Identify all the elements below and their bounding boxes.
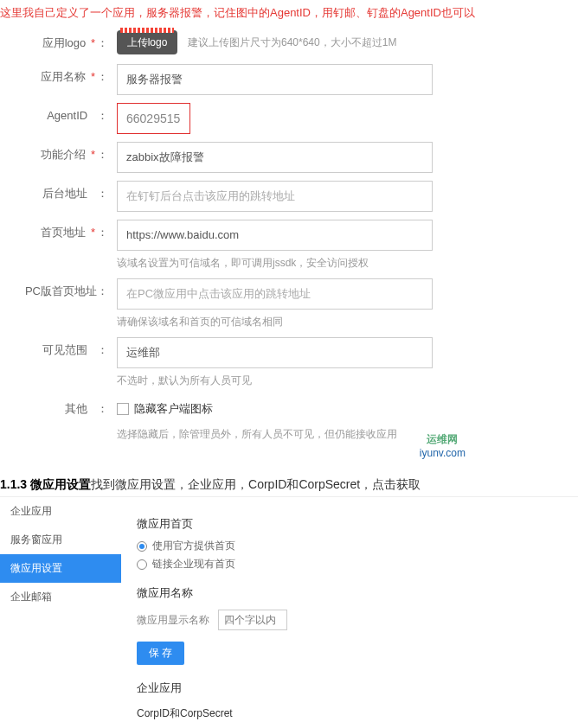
row-backend: 后台地址 ：: [0, 181, 578, 212]
app-name-input[interactable]: [117, 64, 433, 95]
feature-input[interactable]: [117, 142, 433, 173]
row-agentid: AgentID ： 66029515: [0, 103, 578, 134]
row-feature: 功能介绍 *：: [0, 142, 578, 173]
backend-input[interactable]: [117, 181, 433, 212]
corp-subtitle: CorpID和CorpSecret: [137, 706, 562, 721]
section-1-1-3: 1.1.3 微应用设置找到微应用设置，企业应用，CorpID和CorpSecre…: [0, 474, 578, 496]
homepage-input[interactable]: [117, 220, 433, 251]
label-other: 其他 ：: [0, 396, 117, 422]
watermark-1: 运维网 iyunv.com: [420, 432, 466, 459]
pcurl-hint: 请确保该域名和首页的可信域名相同: [117, 315, 578, 329]
agentid-value: 66029515: [117, 103, 190, 134]
radio-official[interactable]: 使用官方提供首页: [137, 539, 562, 553]
label-backend: 后台地址 ：: [0, 181, 117, 207]
micro-name-title: 微应用名称: [137, 585, 562, 601]
micro-name-input[interactable]: [218, 610, 287, 630]
row-pcurl: PC版首页地址： 请确保该域名和首页的可信域名相同: [0, 278, 578, 329]
row-other: 其他 ： 隐藏客户端图标 选择隐藏后，除管理员外，所有人员不可见，但仍能接收应用: [0, 396, 578, 442]
other-hint: 选择隐藏后，除管理员外，所有人员不可见，但仍能接收应用: [117, 427, 578, 442]
upload-hint: 建议上传图片尺寸为640*640，大小不超过1M: [188, 35, 396, 50]
sidebar-item-microapp-settings[interactable]: 微应用设置: [0, 554, 121, 583]
main-area: 微应用首页 使用官方提供首页 链接企业现有首页 微应用名称 微应用显示名称 保 …: [121, 497, 578, 728]
hide-icon-label: 隐藏客户端图标: [134, 401, 213, 417]
intro-text: 这里我自己定义了一个应用，服务器报警，记住图中的AgentID，用钉邮、钉盘的A…: [0, 0, 578, 22]
sidebar-item-service[interactable]: 服务窗应用: [0, 526, 121, 554]
sidebar: 企业应用 服务窗应用 微应用设置 企业邮箱: [0, 497, 121, 728]
corp-title: 企业应用: [137, 680, 562, 696]
micro-home-title: 微应用首页: [137, 516, 562, 532]
save-button[interactable]: 保 存: [137, 642, 184, 665]
scope-input[interactable]: [117, 337, 433, 368]
row-name: 应用名称 *：: [0, 64, 578, 95]
hide-icon-checkbox[interactable]: [117, 403, 129, 415]
settings-panel: 企业应用 服务窗应用 微应用设置 企业邮箱 微应用首页 使用官方提供首页 链接企…: [0, 496, 578, 728]
app-form: 应用logo *： 上传logo 建议上传图片尺寸为640*640，大小不超过1…: [0, 30, 578, 458]
micro-name-sublabel: 微应用显示名称: [137, 613, 209, 628]
homepage-hint: 该域名设置为可信域名，即可调用jssdk，安全访问授权: [117, 256, 578, 271]
sidebar-item-enterprise-app[interactable]: 企业应用: [0, 497, 121, 526]
label-logo: 应用logo *：: [0, 30, 117, 56]
row-scope: 可见范围 ： 不选时，默认为所有人员可见: [0, 337, 578, 388]
label-pcurl: PC版首页地址：: [0, 278, 117, 304]
label-homepage: 首页地址 *：: [0, 220, 117, 246]
scope-hint: 不选时，默认为所有人员可见: [117, 374, 578, 388]
label-feature: 功能介绍 *：: [0, 142, 117, 168]
label-name: 应用名称 *：: [0, 64, 117, 90]
row-homepage: 首页地址 *： 该域名设置为可信域名，即可调用jssdk，安全访问授权: [0, 220, 578, 271]
row-logo: 应用logo *： 上传logo 建议上传图片尺寸为640*640，大小不超过1…: [0, 30, 578, 56]
upload-logo-button[interactable]: 上传logo: [117, 30, 177, 54]
label-scope: 可见范围 ：: [0, 337, 117, 363]
label-agentid: AgentID ：: [0, 103, 117, 129]
pcurl-input[interactable]: [117, 278, 433, 310]
radio-link[interactable]: 链接企业现有首页: [137, 557, 562, 572]
sidebar-item-mail[interactable]: 企业邮箱: [0, 583, 121, 611]
